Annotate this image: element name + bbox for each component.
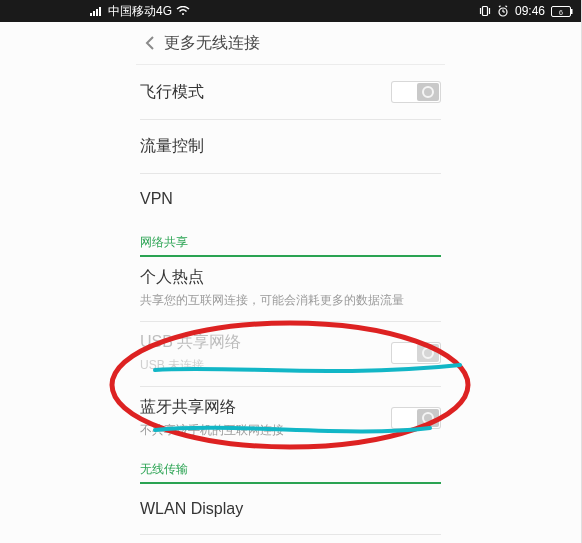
section-header-share: 网络共享 xyxy=(140,224,441,257)
battery-icon: 6 xyxy=(551,6,573,17)
hotspot-sub: 共享您的互联网连接，可能会消耗更多的数据流量 xyxy=(140,292,404,309)
bt-tether-sub: 不共享该手机的互联网连接 xyxy=(140,422,284,439)
svg-point-4 xyxy=(182,13,184,15)
usb-tether-toggle xyxy=(391,342,441,364)
usb-tether-sub: USB 未连接 xyxy=(140,357,241,374)
row-wlan-display[interactable]: WLAN Display xyxy=(140,484,441,535)
svg-rect-14 xyxy=(571,9,573,14)
row-bt-tether[interactable]: 蓝牙共享网络 不共享该手机的互联网连接 xyxy=(140,387,441,451)
row-data-control[interactable]: 流量控制 xyxy=(140,120,441,174)
vibrate-icon xyxy=(479,5,491,17)
data-control-label: 流量控制 xyxy=(140,136,204,157)
svg-line-11 xyxy=(499,6,501,7)
signal-icon xyxy=(90,6,104,16)
row-vpn[interactable]: VPN xyxy=(140,174,441,224)
svg-line-12 xyxy=(505,6,507,7)
svg-rect-3 xyxy=(99,7,101,16)
back-icon[interactable] xyxy=(140,36,160,50)
vpn-label: VPN xyxy=(140,190,173,208)
clock-label: 09:46 xyxy=(515,4,545,18)
svg-rect-5 xyxy=(482,7,487,16)
header: 更多无线连接 xyxy=(136,22,445,65)
airplane-toggle[interactable] xyxy=(391,81,441,103)
bt-tether-toggle[interactable] xyxy=(391,407,441,429)
alarm-icon xyxy=(497,5,509,17)
row-hotspot[interactable]: 个人热点 共享您的互联网连接，可能会消耗更多的数据流量 xyxy=(140,257,441,322)
svg-rect-1 xyxy=(93,11,95,16)
hotspot-label: 个人热点 xyxy=(140,267,404,288)
row-usb-tether: USB 共享网络 USB 未连接 xyxy=(140,322,441,387)
section-header-wireless-tx: 无线传输 xyxy=(140,451,441,484)
battery-level-text: 6 xyxy=(559,8,563,15)
carrier-label: 中国移动4G xyxy=(108,3,172,20)
wlan-display-label: WLAN Display xyxy=(140,500,243,518)
wifi-icon xyxy=(176,6,190,16)
page-title: 更多无线连接 xyxy=(164,33,260,54)
status-bar: 中国移动4G 09:46 6 xyxy=(0,0,581,22)
airplane-label: 飞行模式 xyxy=(140,82,204,103)
svg-rect-2 xyxy=(96,9,98,16)
usb-tether-label: USB 共享网络 xyxy=(140,332,241,353)
svg-rect-0 xyxy=(90,13,92,16)
bt-tether-label: 蓝牙共享网络 xyxy=(140,397,284,418)
row-airplane-mode[interactable]: 飞行模式 xyxy=(140,65,441,120)
